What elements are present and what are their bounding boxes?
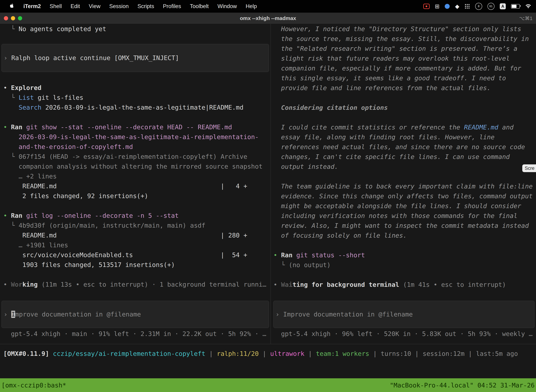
menu-item-edit[interactable]: Edit — [66, 3, 84, 9]
text-segment: including verification notes with those … — [273, 212, 517, 219]
right-prompt-input[interactable]: › Improve documentation in @filename — [273, 301, 535, 328]
blue-app-icon[interactable] — [445, 4, 450, 9]
text-segment: README.md | 4 + — [3, 182, 247, 190]
screen-share-tab[interactable]: Scre — [522, 164, 536, 172]
text-segment: … +2 lines — [3, 173, 57, 180]
key-icon[interactable]: 8 — [475, 3, 482, 10]
text-segment: • — [273, 281, 281, 288]
terminal-line: of focusing solely on file lines. — [273, 231, 536, 240]
terminal-line: └ 067f154 (HEAD -> essay/ai-reimplementa… — [3, 152, 270, 162]
text-segment — [3, 104, 19, 111]
text-segment: slight risk that future readers may over… — [273, 55, 510, 62]
menu-item-scripts[interactable]: Scripts — [133, 3, 159, 9]
screen-recording-icon[interactable] — [423, 4, 430, 9]
menu-item-session[interactable]: Session — [105, 3, 133, 9]
terminal-line: 2026-03-09-is-legal-the-same-as-legitima… — [3, 132, 270, 142]
text-segment: the "Related research writing" section i… — [273, 45, 517, 52]
battery-icon[interactable] — [511, 4, 520, 9]
pane-divider[interactable] — [270, 24, 271, 344]
text-segment: last:5m ago — [476, 350, 518, 357]
terminal-line: 1903 files changed, 513517 insertions(+) — [3, 260, 270, 270]
menu-item-view[interactable]: View — [84, 3, 105, 9]
terminal-line: • Working (11m 13s • esc to interrupt) ·… — [3, 280, 270, 289]
terminal-line: gpt-5.4 xhigh · 96% left · 520K in · 5.8… — [281, 329, 536, 339]
input-source-icon[interactable]: A — [500, 3, 506, 9]
text-segment — [38, 281, 42, 288]
apple-menu-icon[interactable] — [5, 3, 19, 10]
dark-app-icon[interactable]: ◆ — [455, 4, 459, 9]
text-segment: 2 files changed, 92 insertions(+) — [3, 192, 148, 200]
text-segment: README.md — [464, 124, 498, 131]
battery-gauge-icon[interactable]: 61 — [488, 3, 494, 10]
menu-item-toolbelt[interactable]: Toolbelt — [186, 3, 213, 9]
text-segment: [OMX#0.11.9] — [3, 350, 53, 357]
terminal-line: • Ran git status --short — [273, 250, 536, 260]
text-segment: gpt-5.4 xhigh · main · 91% left · 2.31M … — [11, 330, 266, 337]
terminal-line: and-the-erosion-of-copyleft.md — [3, 142, 270, 152]
text-segment: this single essay, it seems like a good … — [273, 75, 506, 82]
text-segment: Considering citation options — [273, 104, 388, 111]
wifi-glyph — [525, 4, 531, 9]
text-segment: review. Also, I might want to inspect th… — [273, 222, 529, 229]
terminal-line: including verification notes with those … — [273, 211, 536, 221]
window-title: omx --xhigh --madmax — [0, 15, 536, 21]
terminal-line — [273, 270, 536, 280]
terminal-line: › Improve documentation in @filename — [276, 309, 534, 319]
text-segment: ultrawork — [270, 350, 304, 357]
terminal-line: evidence. Since this change only affects… — [273, 191, 536, 201]
text-segment: the source tree, missing the essay. Stil… — [273, 35, 529, 42]
wifi-icon[interactable] — [525, 4, 531, 9]
ralph-loop-banner[interactable]: › Ralph loop active continue [OMX_TMUX_I… — [1, 44, 269, 72]
text-cursor: I — [11, 311, 15, 318]
terminal-line: src/voice/voiceModeEnabled.ts | 54 + — [3, 250, 270, 260]
text-segment: 2026-03-09-is-legal-the-same-as-legitima… — [19, 133, 259, 140]
terminal-line: • Ran git show --stat --oneline --decora… — [3, 122, 270, 132]
terminal-line: companion analysis without altering the … — [3, 162, 270, 171]
terminal-line: essay file, along with finding root file… — [273, 132, 536, 142]
terminal-line: [OMX#0.11.9] cczip/essay/ai-reimplementa… — [3, 349, 533, 359]
menu-item-profiles[interactable]: Profiles — [158, 3, 185, 9]
menu-item-shell[interactable]: Shell — [45, 3, 66, 9]
terminal-line: Search 2026-03-09-is-legal-the-same-as-l… — [3, 103, 270, 112]
terminal-line: • Explored — [3, 83, 270, 93]
text-segment: git log --oneline --decorate -n 5 --stat — [26, 212, 179, 219]
terminal-line: • Ran git log --oneline --decorate -n 5 … — [3, 211, 270, 221]
terminal-line: output instead. — [273, 162, 536, 172]
text-segment: ralph:11/20 — [217, 350, 259, 357]
menu-item-help[interactable]: Help — [241, 3, 261, 9]
text-segment: (1m 41s • esc to interrupt) — [403, 281, 506, 288]
menubar-left: iTerm2 Shell Edit View Session Scripts P… — [0, 3, 261, 10]
text-segment: and-the-erosion-of-copyleft.md — [19, 143, 133, 150]
menu-item-window[interactable]: Window — [213, 3, 241, 9]
text-segment: changes, I can't cite specific file line… — [273, 153, 510, 160]
text-segment — [399, 281, 403, 288]
text-segment: Ran — [281, 252, 292, 259]
dots-grid-icon[interactable] — [464, 4, 470, 9]
text-segment: | — [206, 350, 217, 357]
terminal-line: └ No agents completed yet — [3, 24, 270, 34]
window-titlebar: omx --xhigh --madmax ⌥⌘1 — [0, 13, 536, 24]
text-segment: git show --stat --oneline --decorate HEA… — [26, 123, 232, 131]
text-segment: Ralph loop active continue [OMX_TMUX_INJ… — [11, 54, 179, 61]
left-pane-top: └ No agents completed yet — [3, 24, 270, 34]
terminal-line: 2 files changed, 92 insertions(+) — [3, 191, 270, 201]
text-segment: However, I noticed the "Directory Struct… — [273, 25, 521, 33]
text-segment: └ — [3, 222, 19, 229]
text-segment: … +1901 lines — [3, 242, 68, 249]
text-segment: companion file, especially if more comme… — [273, 65, 521, 72]
text-segment: Ran — [11, 123, 22, 131]
window-grid-icon[interactable]: ⊞ — [435, 4, 440, 9]
terminal-line: └ (no output) — [273, 260, 536, 270]
text-segment: | — [464, 350, 476, 357]
menu-item-iterm2[interactable]: iTerm2 — [19, 3, 45, 9]
text-segment: mprove documentation in @filename — [15, 311, 141, 318]
left-prompt-input[interactable]: › Improve documentation in @filename — [1, 301, 269, 328]
terminal-line: might be acceptable alongside the file l… — [273, 201, 536, 211]
text-segment: | — [411, 350, 423, 357]
text-segment: turns:10 — [381, 350, 411, 357]
text-segment: git status --short — [296, 252, 365, 259]
text-segment: | — [369, 350, 381, 357]
text-segment: gpt-5.4 xhigh · 96% left · 520K in · 5.8… — [281, 330, 532, 337]
dots-grid-glyph — [464, 4, 470, 9]
terminal-line: companion file, especially if more comme… — [273, 63, 536, 73]
